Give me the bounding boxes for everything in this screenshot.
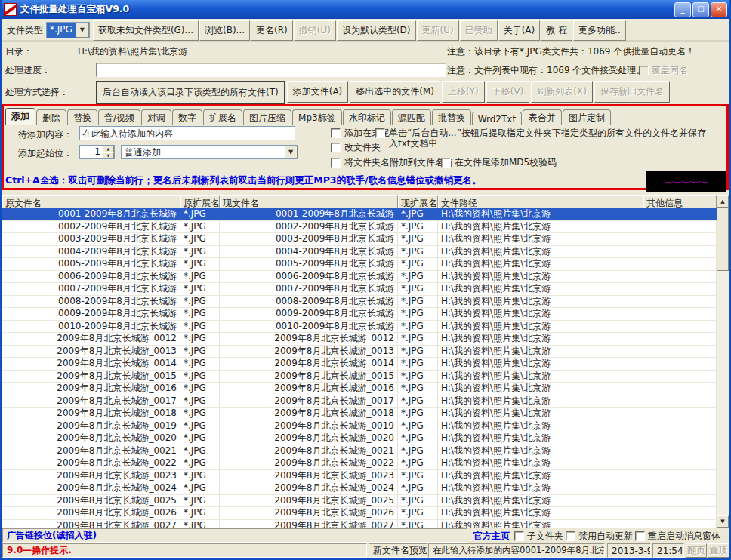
- ad-link[interactable]: 广告链接位(诚招入驻): [7, 529, 97, 542]
- toolbar-button[interactable]: 关于(A): [498, 20, 541, 41]
- table-cell: 2009年8月北京长城游_0027: [2, 520, 180, 528]
- table-row[interactable]: 0009-2009年8月北京长城游*.JPG0009-2009年8月北京长城游*…: [2, 308, 717, 321]
- tab[interactable]: 水印标记: [343, 109, 391, 125]
- add-mode-select[interactable]: 普通添加 ▼: [121, 145, 298, 159]
- table-row[interactable]: 2009年8月北京长城游_0012*.JPG2009年8月北京长城游_0012*…: [2, 333, 717, 346]
- table-row[interactable]: 2009年8月北京长城游_0020*.JPG2009年8月北京长城游_0020*…: [2, 432, 717, 445]
- tab[interactable]: 批替换: [432, 109, 471, 125]
- scroll-up-icon[interactable]: ▲: [717, 195, 729, 208]
- toolbar-button[interactable]: 获取未知文件类型(G)...: [93, 20, 199, 41]
- table-row[interactable]: 0001-2009年8月北京长城游*.JPG0001-2009年8月北京长城游*…: [2, 208, 717, 221]
- tab[interactable]: Wrd2Txt: [472, 112, 522, 125]
- close-button[interactable]: ✕: [711, 2, 727, 17]
- table-header-cell[interactable]: 其他信息: [643, 195, 717, 208]
- table-header-cell[interactable]: 现扩展名: [398, 195, 438, 208]
- mode-button[interactable]: 后台自动读入该目录下该类型的所有文件(T): [96, 81, 285, 104]
- table-cell: 0001-2009年8月北京长城游: [220, 208, 398, 220]
- ad-marquee[interactable]: —·—·—·—·—: [646, 171, 726, 192]
- tab[interactable]: 添加: [5, 108, 35, 125]
- start-position-stepper[interactable]: 1 ▲ ▼: [79, 145, 115, 159]
- table-cell: *.JPG: [180, 420, 220, 432]
- tab[interactable]: 图片压缩: [243, 109, 291, 125]
- table-cell: [643, 383, 717, 395]
- table-cell: [643, 408, 717, 420]
- table-cell: [643, 520, 717, 528]
- tab[interactable]: 源匹配: [392, 109, 431, 125]
- stepper-down-icon[interactable]: ▼: [103, 152, 114, 159]
- table-row[interactable]: 0004-2009年8月北京长城游*.JPG0004-2009年8月北京长城游*…: [2, 246, 717, 259]
- table-header-cell[interactable]: 现文件名: [220, 195, 398, 208]
- disable-autoupdate-checkbox[interactable]: 禁用自动更新: [566, 530, 633, 543]
- prepend-folder-name-checkbox[interactable]: 将文件夹名附加到文件名前: [331, 157, 453, 168]
- table-cell: [643, 420, 717, 432]
- table-cell: *.JPG: [398, 457, 438, 469]
- table-cell: H:\我的资料\照片集\北京游: [438, 445, 643, 457]
- tab[interactable]: 扩展名: [203, 109, 242, 125]
- table-row[interactable]: 2009年8月北京长城游_0023*.JPG2009年8月北京长城游_0023*…: [2, 470, 717, 483]
- toolbar-button[interactable]: 浏览(B)...: [199, 20, 250, 41]
- table-row[interactable]: 0005-2009年8月北京长城游*.JPG0005-2009年8月北京长城游*…: [2, 258, 717, 271]
- table-row[interactable]: 2009年8月北京长城游_0019*.JPG2009年8月北京长城游_0019*…: [2, 420, 717, 433]
- file-type-combobox[interactable]: *.JPG ▼: [46, 22, 90, 38]
- restart-message-checkbox[interactable]: 重启启动消息窗体: [635, 530, 720, 543]
- table-row[interactable]: 2009年8月北京长城游_0025*.JPG2009年8月北京长城游_0025*…: [2, 495, 717, 508]
- ad-marquee-text: —·—·—·—·—: [665, 178, 708, 186]
- md5-checksum-checkbox[interactable]: 在文件尾添加MD5校验码: [441, 157, 557, 168]
- toolbar-button[interactable]: 教 程: [541, 20, 572, 41]
- toolbar-button[interactable]: 更名(R): [251, 20, 293, 41]
- tab[interactable]: 图片定制: [563, 109, 611, 125]
- table-cell: *.JPG: [180, 233, 220, 245]
- table-row[interactable]: 0002-2009年8月北京长城游*.JPG0002-2009年8月北京长城游*…: [2, 221, 717, 234]
- subfolder-checkbox[interactable]: 子文件夹: [514, 530, 563, 543]
- mode-button[interactable]: 移出选中的文件(M): [350, 81, 440, 103]
- table-row[interactable]: 2009年8月北京长城游_0015*.JPG2009年8月北京长城游_0015*…: [2, 371, 717, 383]
- chevron-down-icon[interactable]: ▼: [76, 23, 89, 38]
- chevron-down-icon[interactable]: ▼: [284, 146, 298, 158]
- change-folder-checkbox[interactable]: 改文件夹: [331, 142, 381, 152]
- table-row[interactable]: 2009年8月北京长城游_0013*.JPG2009年8月北京长城游_0013*…: [2, 346, 717, 358]
- tab[interactable]: 替换: [67, 109, 97, 125]
- table-row[interactable]: 2009年8月北京长城游_0026*.JPG2009年8月北京长城游_0026*…: [2, 507, 717, 520]
- maximize-button[interactable]: □: [692, 2, 709, 17]
- vertical-scrollbar[interactable]: ▲ ▼: [717, 195, 729, 528]
- table-row[interactable]: 2009年8月北京长城游_0022*.JPG2009年8月北京长城游_0022*…: [2, 457, 717, 470]
- tab[interactable]: 对调: [141, 109, 171, 125]
- tab[interactable]: 删除: [36, 109, 66, 125]
- toolbar-button[interactable]: 更多功能..: [573, 20, 626, 41]
- content-input[interactable]: 在此输入待添加的内容: [79, 126, 295, 140]
- table-row[interactable]: 2009年8月北京长城游_0024*.JPG2009年8月北京长城游_0024*…: [2, 482, 717, 495]
- table-row[interactable]: 2009年8月北京长城游_0016*.JPG2009年8月北京长城游_0016*…: [2, 383, 717, 395]
- table-cell: [643, 221, 717, 233]
- tab[interactable]: 表合并: [523, 109, 562, 125]
- table-cell: [643, 233, 717, 245]
- minimize-button[interactable]: _: [674, 2, 691, 17]
- table-row[interactable]: 2009年8月北京长城游_0021*.JPG2009年8月北京长城游_0021*…: [2, 445, 717, 458]
- table-header-cell[interactable]: 文件路径: [438, 195, 643, 208]
- table-cell: 2009年8月北京长城游_0022: [220, 457, 398, 469]
- stepper-up-icon[interactable]: ▲: [103, 146, 114, 152]
- table-row[interactable]: 0008-2009年8月北京长城游*.JPG0008-2009年8月北京长城游*…: [2, 296, 717, 309]
- table-row[interactable]: 2009年8月北京长城游_0014*.JPG2009年8月北京长城游_0014*…: [2, 358, 717, 371]
- table-row[interactable]: 2009年8月北京长城游_0017*.JPG2009年8月北京长城游_0017*…: [2, 395, 717, 408]
- table-row[interactable]: 0007-2009年8月北京长城游*.JPG0007-2009年8月北京长城游*…: [2, 283, 717, 296]
- table-row[interactable]: 2009年8月北京长城游_0027*.JPG2009年8月北京长城游_0027*…: [2, 520, 717, 528]
- save-to-txt-checkbox[interactable]: 单击“后台自动...”按钮后提取指定文件夹下指定类型的所有文件的文件名并保存入t…: [375, 128, 708, 149]
- table-row[interactable]: 0010-2009年8月北京长城游*.JPG0010-2009年8月北京长城游*…: [2, 321, 717, 334]
- checkbox-icon: [635, 531, 645, 541]
- tab[interactable]: 音/视频: [98, 109, 140, 125]
- official-home-link[interactable]: 官方主页: [473, 530, 510, 543]
- table-header-cell[interactable]: 原文件名: [2, 195, 180, 208]
- mode-button[interactable]: 添加文件(A): [287, 81, 349, 103]
- scroll-down-icon[interactable]: ▼: [717, 515, 729, 528]
- table-cell: H:\我的资料\照片集\北京游: [438, 420, 643, 432]
- toolbar-button[interactable]: 设为默认类型(D): [337, 20, 416, 41]
- tab[interactable]: 数字: [172, 109, 202, 125]
- table-header-cell[interactable]: 原扩展名: [180, 195, 220, 208]
- tab[interactable]: Mp3标签: [292, 109, 342, 125]
- table-row[interactable]: 2009年8月北京长城游_0018*.JPG2009年8月北京长城游_0018*…: [2, 408, 717, 420]
- table-row[interactable]: 0006-2009年8月北京长城游*.JPG0006-2009年8月北京长城游*…: [2, 271, 717, 284]
- scrollbar-thumb[interactable]: [717, 208, 729, 271]
- table-row[interactable]: 0003-2009年8月北京长城游*.JPG0003-2009年8月北京长城游*…: [2, 233, 717, 246]
- table-cell: 2009年8月北京长城游_0016: [2, 383, 180, 395]
- table-cell: *.JPG: [398, 420, 438, 432]
